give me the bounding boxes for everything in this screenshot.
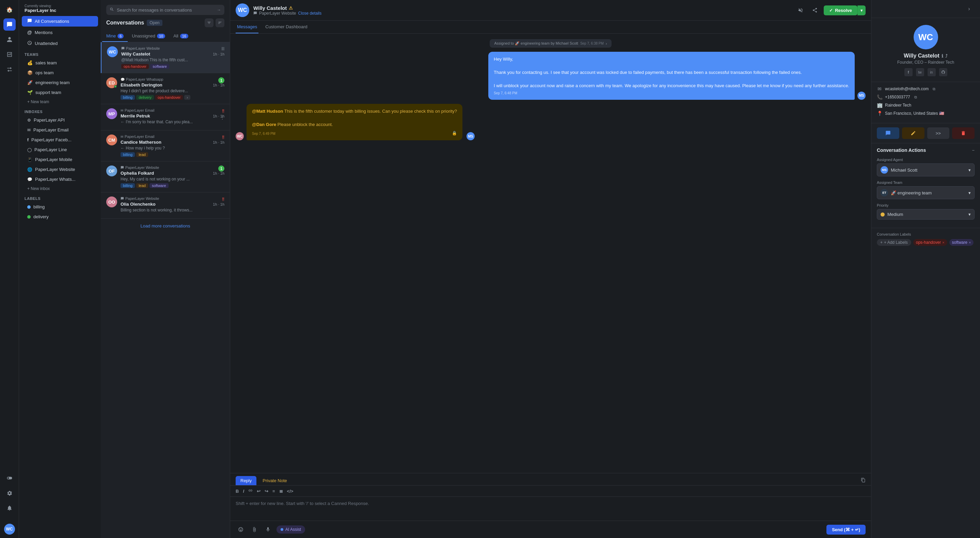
filter-btn[interactable] (205, 18, 213, 27)
conv-item-candice[interactable]: CM ✉ PaperLayer Email Candice Matherson … (101, 131, 230, 161)
user-avatar[interactable]: WC (4, 524, 15, 535)
italic-btn[interactable]: I (243, 489, 244, 494)
nav-all-conversations[interactable]: All Conversations (22, 16, 98, 27)
inbox-website[interactable]: 🌐 PaperLayer Website (22, 165, 98, 174)
search-input[interactable] (117, 8, 214, 13)
contact-role: Founder, CEO – Raindeer Tech (897, 60, 954, 65)
load-more-btn[interactable]: Load more conversations (101, 219, 230, 233)
copy-phone-icon[interactable]: ⧉ (914, 95, 917, 99)
mute-btn[interactable] (795, 5, 806, 16)
avatar-candice: CM (106, 135, 117, 145)
assigned-agent-name: Michael Scott (891, 167, 917, 173)
ordered-list-btn[interactable]: ≣ (279, 489, 283, 494)
conv-item-elisabeth[interactable]: ED 💬 PaperLayer Whatsapp Elisabeth Derin… (101, 73, 230, 104)
team-select[interactable]: ET 🚀 engineering team ▾ (877, 186, 975, 199)
copy-btn[interactable] (861, 478, 865, 484)
close-details-link[interactable]: Close details (298, 11, 322, 16)
delete-contact-btn[interactable] (952, 127, 975, 139)
tab-mine[interactable]: Mine 6 (102, 31, 128, 42)
twitter-social-icon[interactable]: tw (916, 68, 924, 76)
icon-integrations[interactable] (3, 472, 16, 484)
icon-campaigns[interactable] (3, 63, 16, 76)
external-link-icon[interactable]: ⤴ (945, 54, 948, 59)
new-team-btn[interactable]: + New team (22, 98, 98, 106)
name-ophelia: Ophelia Folkard (121, 170, 154, 176)
remove-software-label-btn[interactable]: × (969, 240, 971, 245)
bold-btn[interactable]: B (235, 489, 239, 494)
reply-input[interactable]: Shift + enter for new line. Start with '… (230, 497, 871, 520)
org-name: PaperLayer Inc (24, 8, 95, 13)
inbox-line[interactable]: ◯ PaperLayer Line (22, 145, 98, 154)
nav-mentions[interactable]: @ Mentions (22, 27, 98, 37)
resolve-button[interactable]: ✓ Resolve (824, 5, 858, 15)
nav-unattended[interactable]: Unattended (22, 38, 98, 49)
copy-email-icon[interactable]: ⧉ (933, 87, 935, 91)
priority-select[interactable]: Medium ▾ (877, 209, 975, 220)
chat-contact-name: Willy Castelot ⚠ (253, 5, 791, 11)
emoji-btn[interactable] (235, 524, 246, 535)
new-conv-btn[interactable] (877, 127, 899, 139)
icon-contacts[interactable] (3, 33, 16, 46)
github-social-icon[interactable] (939, 68, 947, 76)
conv-item-olia[interactable]: OO PaperLayer Website Olia Olenchenko 1h… (101, 193, 230, 219)
icon-home[interactable]: 🏠 (3, 3, 16, 16)
conv-item-ophelia[interactable]: OF PaperLayer Website Ophelia Folkard 1h… (101, 161, 230, 193)
forward-btn[interactable]: >> (927, 127, 950, 139)
panel-collapse-btn[interactable]: › (964, 3, 975, 14)
assigned-agent-label: Assigned Agent (877, 158, 975, 162)
tag-ops-e: ops-handover (155, 95, 183, 100)
expand-icon[interactable]: › (606, 41, 607, 46)
tab-customer-dashboard[interactable]: Customer Dashboard (264, 21, 309, 33)
icon-reports[interactable] (3, 48, 16, 60)
search-bar[interactable]: → (106, 5, 224, 15)
new-inbox-btn[interactable]: + New inbox (22, 185, 98, 193)
ai-assist-btn[interactable]: AI Assist (277, 525, 305, 533)
collapse-actions-btn[interactable]: − (972, 148, 975, 153)
inbox-mobile[interactable]: 📱 PaperLayer Mobile (22, 155, 98, 164)
nav-all-conversations-label: All Conversations (35, 19, 69, 24)
label-delivery[interactable]: delivery (22, 212, 98, 221)
msg-bubble-internal: @Matt Hudson This is the fifth customer … (247, 104, 462, 141)
reply-tab-private[interactable]: Private Note (258, 476, 292, 485)
contact-email: wcasteloth@rdtech.com (885, 86, 929, 91)
share-btn[interactable] (810, 5, 820, 16)
tab-messages[interactable]: Messages (235, 21, 258, 33)
label-billing[interactable]: billing (22, 202, 98, 212)
team-support[interactable]: 🌱 support team (22, 88, 98, 97)
contact-avatar: WC (913, 25, 938, 49)
code-btn[interactable]: </> (287, 489, 294, 494)
icon-notifications[interactable] (3, 502, 16, 514)
conv-item-willy[interactable]: WC PaperLayer Website Willy Castelot 1h … (101, 42, 230, 73)
inbox-facebook[interactable]: f PaperLayer Faceb... (22, 135, 98, 144)
inbox-whatsapp[interactable]: 💬 PaperLayer Whats... (22, 175, 98, 184)
inbox-api[interactable]: ⚙ PaperLayer API (22, 115, 98, 125)
icon-settings[interactable] (3, 487, 16, 499)
conv-labels-title: Conversation Labels (877, 232, 975, 236)
linkedin-social-icon[interactable]: in (928, 68, 936, 76)
agent-select[interactable]: MS Michael Scott ▾ (877, 164, 975, 177)
attach-btn[interactable] (249, 524, 259, 535)
tab-unassigned[interactable]: Unassigned 10 (128, 31, 169, 42)
conv-item-merrile[interactable]: MP ✉ PaperLayer Email Merrile Petruk 1h … (101, 104, 230, 131)
undo-btn[interactable]: ↩ (257, 489, 261, 494)
edit-contact-btn[interactable] (902, 127, 924, 139)
preview-ophelia: Hey, My card is not working on your ... (121, 177, 223, 181)
audio-btn[interactable] (263, 524, 273, 535)
team-ops[interactable]: 📦 ops team (22, 68, 98, 77)
icon-chat[interactable] (3, 18, 16, 31)
resolve-caret-btn[interactable]: ▾ (858, 5, 865, 15)
team-engineering[interactable]: 🚀 engineering team (22, 78, 98, 87)
link-btn[interactable] (248, 488, 253, 494)
list-btn[interactable]: ≡ (272, 489, 275, 494)
inbox-email[interactable]: ✉ PaperLayer Email (22, 125, 98, 135)
send-btn[interactable]: Send (⌘ + ↵) (826, 525, 865, 535)
sort-btn[interactable] (216, 18, 224, 27)
add-labels-btn[interactable]: + + Add Labels (877, 239, 911, 246)
reply-tab-reply[interactable]: Reply (235, 476, 256, 485)
team-sales[interactable]: 💰 sales team (22, 58, 98, 67)
facebook-social-icon[interactable]: f (904, 68, 913, 76)
tab-all[interactable]: All 16 (169, 31, 192, 42)
remove-ops-label-btn[interactable]: × (942, 240, 944, 245)
online-dot (114, 85, 117, 88)
redo-btn[interactable]: ↪ (264, 489, 268, 494)
